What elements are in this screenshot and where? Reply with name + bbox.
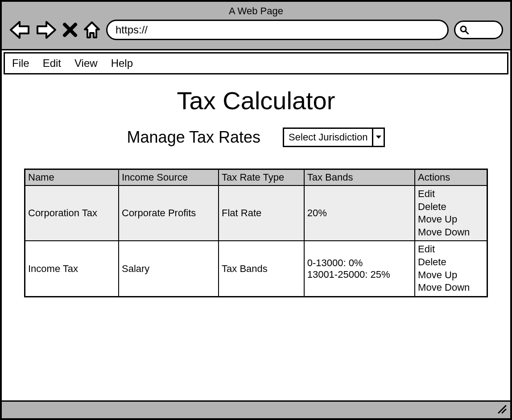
table-row: Income Tax Salary Tax Bands 0-13000: 0% … bbox=[25, 241, 487, 296]
action-move-up[interactable]: Move Up bbox=[418, 213, 484, 226]
menu-edit[interactable]: Edit bbox=[43, 57, 61, 70]
cell-rate-type: Tax Bands bbox=[219, 241, 304, 296]
menu-view[interactable]: View bbox=[74, 57, 98, 70]
cell-actions: Edit Delete Move Up Move Down bbox=[415, 185, 487, 241]
tax-rates-table: Name Income Source Tax Rate Type Tax Ban… bbox=[24, 169, 488, 297]
home-icon[interactable] bbox=[83, 21, 101, 39]
cell-tax-bands: 0-13000: 0% 13001-25000: 25% bbox=[304, 241, 415, 296]
search-lozenge[interactable] bbox=[454, 21, 503, 39]
action-edit[interactable]: Edit bbox=[418, 188, 484, 201]
browser-chrome: A Web Page bbox=[2, 2, 510, 50]
table-header-row: Name Income Source Tax Rate Type Tax Ban… bbox=[25, 169, 487, 186]
chevron-down-icon bbox=[372, 129, 384, 146]
svg-line-1 bbox=[466, 31, 468, 34]
cell-income-source: Salary bbox=[119, 241, 219, 296]
action-move-up[interactable]: Move Up bbox=[418, 269, 484, 282]
subtitle-row: Manage Tax Rates Select Jurisdiction bbox=[24, 128, 488, 147]
col-rate-type: Tax Rate Type bbox=[219, 169, 304, 186]
cell-name: Income Tax bbox=[25, 241, 119, 296]
menu-help[interactable]: Help bbox=[111, 57, 133, 70]
close-icon[interactable] bbox=[62, 22, 78, 37]
action-move-down[interactable]: Move Down bbox=[418, 226, 484, 239]
resize-grip-icon[interactable] bbox=[497, 404, 507, 416]
cell-rate-type: Flat Rate bbox=[219, 185, 304, 241]
action-delete[interactable]: Delete bbox=[418, 201, 484, 214]
url-bar[interactable]: https:// bbox=[106, 20, 449, 40]
action-move-down[interactable]: Move Down bbox=[418, 281, 484, 294]
col-tax-bands: Tax Bands bbox=[304, 169, 415, 186]
svg-line-2 bbox=[499, 406, 506, 413]
cell-name: Corporation Tax bbox=[25, 185, 119, 241]
svg-line-3 bbox=[502, 409, 506, 413]
page-subtitle: Manage Tax Rates bbox=[127, 128, 261, 147]
cell-tax-bands: 20% bbox=[304, 185, 415, 241]
page-label: A Web Page bbox=[9, 5, 503, 17]
browser-toolbar: https:// bbox=[9, 20, 503, 40]
menu-file[interactable]: File bbox=[12, 57, 29, 70]
status-bar bbox=[2, 400, 510, 418]
menu-bar: File Edit View Help bbox=[4, 52, 508, 74]
search-icon bbox=[460, 25, 469, 34]
table-row: Corporation Tax Corporate Profits Flat R… bbox=[25, 185, 487, 241]
jurisdiction-select[interactable]: Select Jurisdiction bbox=[283, 128, 385, 147]
col-actions: Actions bbox=[415, 169, 487, 186]
back-arrow-icon[interactable] bbox=[9, 20, 30, 40]
url-prefix: https:// bbox=[116, 24, 148, 36]
col-name: Name bbox=[25, 169, 119, 186]
content-area: Tax Calculator Manage Tax Rates Select J… bbox=[2, 74, 510, 400]
jurisdiction-select-label: Select Jurisdiction bbox=[284, 129, 372, 146]
cell-actions: Edit Delete Move Up Move Down bbox=[415, 241, 487, 296]
col-income-source: Income Source bbox=[119, 169, 219, 186]
cell-income-source: Corporate Profits bbox=[119, 185, 219, 241]
page-title: Tax Calculator bbox=[24, 86, 488, 115]
action-delete[interactable]: Delete bbox=[418, 256, 484, 269]
browser-window: A Web Page bbox=[0, 0, 512, 420]
action-edit[interactable]: Edit bbox=[418, 243, 484, 256]
forward-arrow-icon[interactable] bbox=[36, 20, 57, 40]
